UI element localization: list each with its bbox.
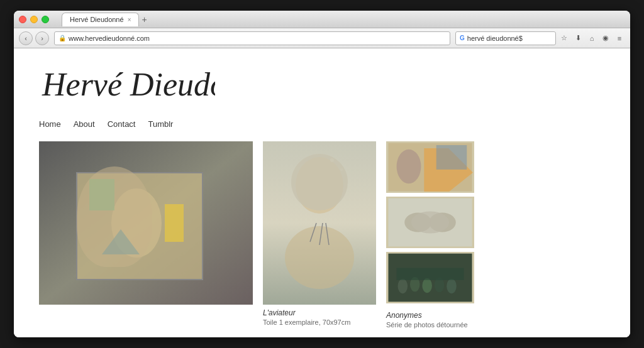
browser-window: Hervé Dieudonné × + ‹ › 🔒 www.hervedieud… — [14, 11, 630, 337]
download-icon[interactable]: ⬇ — [572, 33, 584, 44]
artwork-desc-3: Série de photos détournée — [386, 321, 474, 329]
site-content: Hervé Dieudonné Home About Contact Tumbl… — [14, 48, 630, 337]
svg-point-25 — [429, 212, 456, 232]
site-navigation: Home About Contact Tumblr — [39, 119, 605, 129]
forward-button[interactable]: › — [35, 31, 49, 45]
svg-point-10 — [296, 157, 343, 214]
traffic-lights — [19, 16, 49, 23]
svg-point-5 — [111, 188, 162, 258]
new-tab-button[interactable]: + — [142, 14, 147, 24]
minimize-button[interactable] — [30, 16, 38, 23]
svg-point-12 — [330, 158, 334, 162]
svg-point-19 — [397, 150, 421, 183]
svg-rect-33 — [397, 268, 464, 280]
svg-text:Hervé Dieudonné: Hervé Dieudonné — [42, 67, 215, 102]
back-icon: ‹ — [25, 35, 27, 42]
home-icon[interactable]: ⌂ — [586, 33, 597, 44]
svg-point-24 — [404, 212, 431, 232]
svg-rect-7 — [165, 204, 184, 242]
artwork-image-1 — [39, 141, 253, 305]
gallery: L'aviateur Toile 1 exemplaire, 70x97cm — [39, 141, 605, 329]
google-icon: G — [460, 35, 465, 41]
artwork-image-2 — [263, 141, 376, 305]
forward-icon: › — [41, 35, 43, 42]
nav-contact[interactable]: Contact — [108, 119, 136, 129]
nav-bar: ‹ › 🔒 www.hervedieudonné.com G hervé die… — [14, 28, 630, 48]
maximize-button[interactable] — [42, 16, 49, 23]
caption-3: Anonymes Série de photos détournée — [386, 311, 474, 329]
close-button[interactable] — [19, 16, 26, 23]
menu-icon[interactable]: ≡ — [614, 33, 625, 44]
tab-close-button[interactable]: × — [128, 16, 131, 23]
artwork-desc-2: Toile 1 exemplaire, 70x97cm — [263, 318, 376, 326]
tab-bar: Hervé Dieudonné × + — [62, 13, 625, 26]
svg-marker-8 — [102, 229, 140, 254]
caption-2: L'aviateur Toile 1 exemplaire, 70x97cm — [263, 308, 376, 326]
artwork-image-4 — [386, 197, 474, 248]
nav-home[interactable]: Home — [39, 119, 61, 129]
page-content: Hervé Dieudonné Home About Contact Tumbl… — [14, 48, 630, 337]
back-button[interactable]: ‹ — [19, 31, 33, 45]
artwork-title-3: Anonymes — [386, 311, 474, 320]
svg-point-11 — [285, 226, 354, 289]
gallery-item-small-group: Anonymes Série de photos détournée — [386, 141, 474, 329]
artwork-title-2: L'aviateur — [263, 308, 376, 317]
gallery-item-large — [39, 141, 253, 305]
url-text: www.hervedieudonné.com — [69, 35, 150, 42]
search-bar[interactable]: G hervé dieudonné$ — [455, 31, 556, 45]
nav-about[interactable]: About — [74, 119, 95, 129]
search-text: hervé dieudonné$ — [467, 35, 552, 42]
svg-rect-21 — [436, 145, 467, 170]
lock-icon: 🔒 — [58, 35, 66, 41]
browser-tab[interactable]: Hervé Dieudonné × — [62, 13, 139, 26]
url-bar[interactable]: 🔒 www.hervedieudonné.com — [54, 31, 450, 45]
nav-tumblr[interactable]: Tumblr — [148, 119, 173, 129]
svg-rect-6 — [89, 179, 114, 210]
site-logo: Hervé Dieudonné — [39, 61, 605, 111]
svg-point-32 — [447, 279, 457, 293]
svg-rect-22 — [387, 198, 473, 247]
gallery-item-medium: L'aviateur Toile 1 exemplaire, 70x97cm — [263, 141, 376, 326]
profile-icon[interactable]: ◉ — [600, 33, 611, 44]
svg-point-13 — [340, 168, 343, 171]
svg-point-30 — [422, 278, 432, 293]
bookmark-icon[interactable]: ☆ — [558, 33, 570, 44]
logo-svg: Hervé Dieudonné — [39, 61, 215, 105]
artwork-image-3 — [386, 141, 474, 193]
tab-title: Hervé Dieudonné — [70, 16, 124, 23]
artwork-image-5 — [386, 252, 474, 303]
svg-point-28 — [398, 279, 408, 293]
title-bar: Hervé Dieudonné × + — [14, 11, 630, 28]
